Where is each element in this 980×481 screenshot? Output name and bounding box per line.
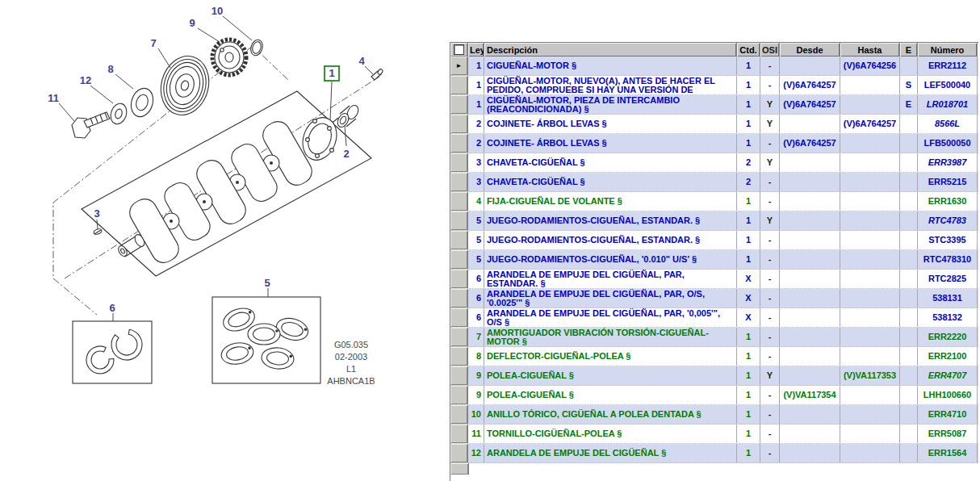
cell-hasta: [840, 211, 900, 230]
cell-num: ERR1630: [918, 192, 978, 211]
table-row[interactable]: 5 JUEGO-RODAMIENTOS-CIGUEÑAL, ESTANDAR. …: [450, 231, 978, 250]
callout-3[interactable]: 3: [94, 207, 99, 229]
table-row[interactable]: 11 TORNILLO-CIGÜEÑAL-POLEA § 1 - ERR5087: [450, 425, 978, 444]
cell-ctd: 1: [737, 95, 760, 114]
table-row[interactable]: 12 ARANDELA DE EMPUJE DEL CIGÜEÑAL § 1 -…: [450, 444, 978, 463]
row-gutter[interactable]: [450, 308, 468, 327]
cell-osi: -: [760, 289, 780, 307]
row-gutter[interactable]: [450, 231, 468, 249]
cell-osi: Y: [760, 95, 780, 114]
row-gutter[interactable]: [450, 153, 468, 172]
cell-hasta: [840, 192, 900, 211]
cell-e: [900, 115, 918, 133]
cell-ctd: 1: [737, 211, 760, 230]
header-ctd: Ctd.: [737, 43, 760, 56]
table-row[interactable]: 6 ARANDELA DE EMPUJE DEL CIGÜEÑAL, PAR, …: [450, 270, 978, 289]
cell-ley: 9: [468, 366, 484, 385]
table-row[interactable]: ► 1 CIGUEÑAL-MOTOR § 1 - (V)6A764256 ERR…: [450, 56, 978, 76]
cell-ctd: 1: [737, 250, 760, 269]
select-all-checkbox[interactable]: [454, 44, 464, 55]
cell-desde: [780, 115, 840, 133]
row-gutter[interactable]: [450, 328, 468, 346]
callout-5[interactable]: 5: [264, 277, 270, 297]
cell-ley: 5: [468, 250, 484, 269]
table-row[interactable]: 5 JUEGO-RODAMIENTOS-CIGUEÑAL, ESTANDAR. …: [450, 211, 978, 231]
row-gutter[interactable]: [450, 270, 468, 288]
table-row[interactable]: 7 AMORTIGUADOR VIBRACIÓN TORSIÓN-CIGUEÑA…: [450, 328, 978, 347]
row-gutter[interactable]: [450, 289, 468, 307]
table-row[interactable]: 2 COJINETE- ÁRBOL LEVAS § 1 - (V)6A76425…: [450, 134, 978, 153]
table-row[interactable]: 4 FIJA-CIGUEÑAL DE VOLANTE § 1 - ERR1630: [450, 192, 978, 211]
table-row[interactable]: 1 CIGÜEÑAL-MOTOR, PIEZA DE INTERCAMBIO (…: [450, 95, 978, 115]
cell-e: [900, 289, 918, 307]
cell-osi: -: [760, 347, 780, 366]
row-gutter[interactable]: [450, 95, 468, 114]
table-row[interactable]: 6 ARANDELA DE EMPUJE DEL CIGÜEÑAL, PAR, …: [450, 308, 978, 328]
row-gutter[interactable]: [450, 211, 468, 230]
row-gutter[interactable]: [450, 76, 468, 94]
callout-2[interactable]: 2: [343, 126, 349, 160]
grid-header-row: Ley Descripción Ctd. OSI Desde Hasta E N…: [450, 43, 978, 56]
table-row[interactable]: 9 POLEA-CIGUEÑAL § 1 - (V)VA117354 LHH10…: [450, 386, 978, 405]
row-gutter[interactable]: [450, 115, 468, 133]
cell-hasta: (V)6A764256: [840, 56, 900, 75]
callout-1[interactable]: 1: [325, 66, 339, 120]
row-gutter[interactable]: [450, 366, 468, 385]
row-gutter[interactable]: [450, 405, 468, 424]
cell-ctd: 1: [737, 328, 760, 346]
cell-desc: ARANDELA DE EMPUJE DEL CIGÜEÑAL, PAR, O/…: [484, 289, 737, 307]
row-gutter[interactable]: ►: [450, 56, 468, 75]
cell-hasta: [840, 308, 900, 327]
cell-ctd: X: [737, 308, 760, 327]
table-row[interactable]: 6 ARANDELA DE EMPUJE DEL CIGÜEÑAL, PAR, …: [450, 289, 978, 308]
table-row[interactable]: 9 POLEA-CIGUEÑAL § 1 Y (V)VA117353 ERR47…: [450, 366, 978, 386]
table-row[interactable]: 3 CHAVETA-CIGÜEÑAL § 2 - ERR5215: [450, 173, 978, 192]
cell-e: [900, 250, 918, 269]
cell-desc: DEFLECTOR-CIGUEÑAL-POLEA §: [484, 347, 737, 366]
table-row[interactable]: 8 DEFLECTOR-CIGUEÑAL-POLEA § 1 - ERR2100: [450, 347, 978, 366]
cell-num: ERR3987: [918, 153, 978, 172]
cell-ctd: 1: [737, 56, 760, 75]
svg-text:5: 5: [264, 277, 270, 289]
cell-ctd: 1: [737, 386, 760, 404]
cell-desc: AMORTIGUADOR VIBRACIÓN TORSIÓN-CIGUEÑAL-…: [484, 328, 737, 346]
select-all-header[interactable]: [450, 43, 468, 56]
table-row[interactable]: 3 CHAVETA-CIGÜEÑAL § 2 Y ERR3987: [450, 153, 978, 173]
svg-text:1: 1: [329, 67, 334, 79]
cell-osi: -: [760, 173, 780, 191]
callout-6[interactable]: 6: [109, 302, 115, 321]
cell-desde: [780, 192, 840, 211]
cell-desc: ARANDELA DE EMPUJE DEL CIGÜEÑAL §: [484, 444, 737, 462]
cell-osi: -: [760, 250, 780, 269]
cell-osi: Y: [760, 115, 780, 133]
row-gutter[interactable]: [450, 192, 468, 211]
row-gutter[interactable]: [450, 425, 468, 443]
row-gutter[interactable]: [450, 386, 468, 404]
table-row[interactable]: 1 CIGÜEÑAL-MOTOR, NUEVO(A), ANTES DE HAC…: [450, 76, 978, 95]
header-descripcion: Descripción: [484, 43, 737, 56]
callout-4[interactable]: 4: [358, 55, 373, 74]
cell-e: [900, 56, 918, 75]
cell-ley: 5: [468, 211, 484, 230]
table-row[interactable]: 2 COJINETE- ÁRBOL LEVAS § 1 Y (V)6A76425…: [450, 115, 978, 134]
callout-7[interactable]: 7: [150, 37, 170, 68]
cell-desde: [780, 405, 840, 424]
cell-hasta: [840, 328, 900, 346]
cell-hasta: (V)6A764257: [840, 115, 900, 133]
table-row[interactable]: 10 ANILLO TÓRICO, CIGÜEÑAL A POLEA DENTA…: [450, 405, 978, 425]
row-gutter[interactable]: [450, 444, 468, 462]
cell-ctd: 1: [737, 192, 760, 211]
row-gutter[interactable]: [450, 250, 468, 269]
callout-9[interactable]: 9: [189, 17, 220, 42]
cell-osi: -: [760, 308, 780, 327]
callout-11[interactable]: 11: [48, 92, 74, 121]
cell-num: RTC4783: [918, 211, 978, 230]
row-gutter[interactable]: [450, 347, 468, 366]
table-row[interactable]: 5 JUEGO-RODAMIENTOS-CIGUEÑAL, '0.010" U/…: [450, 250, 978, 270]
cell-hasta: [840, 347, 900, 366]
callout-12[interactable]: 12: [80, 74, 113, 103]
row-gutter[interactable]: [450, 134, 468, 153]
callout-8[interactable]: 8: [107, 63, 133, 89]
row-gutter[interactable]: [450, 173, 468, 191]
callout-10[interactable]: 10: [211, 5, 252, 40]
